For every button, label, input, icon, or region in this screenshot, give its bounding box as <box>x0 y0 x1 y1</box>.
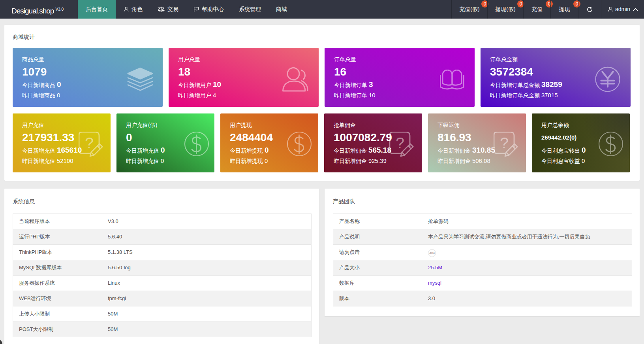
svg-text:?: ? <box>396 134 404 151</box>
svg-text:?: ? <box>85 134 94 151</box>
svg-text:?: ? <box>500 134 509 151</box>
